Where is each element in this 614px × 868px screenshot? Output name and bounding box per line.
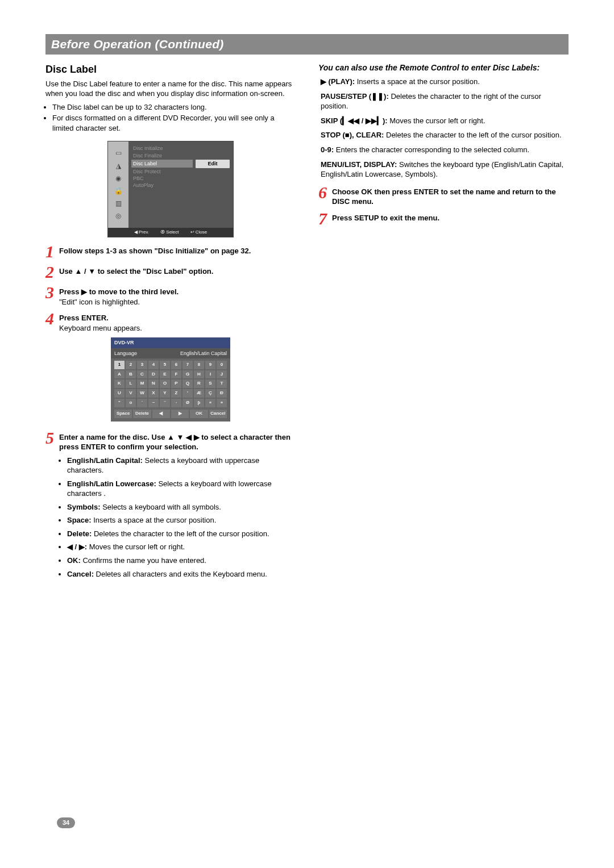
foot-close: ↩ Close — [190, 229, 208, 236]
kbd-lang-value: English/Latin Capital — [180, 350, 227, 357]
intro-notes: The Disc label can be up to 32 character… — [45, 102, 296, 133]
kbd-key: J — [217, 370, 227, 379]
kbd-key: A — [114, 370, 125, 379]
kbd-key: 9 — [205, 361, 215, 369]
kbd-key: " — [114, 399, 125, 407]
kbd-key: V — [126, 389, 136, 398]
step-6: 6Choose OK then press ENTER to set the n… — [318, 184, 569, 207]
kbd-key: I — [205, 370, 215, 379]
kbd-key: · — [171, 399, 181, 407]
two-column-layout: Disc Label Use the Disc Label feature to… — [45, 62, 569, 586]
foot-prev: ◀ Prev. — [134, 229, 149, 236]
kbd-key: W — [137, 389, 147, 398]
kbd-key: ¨ — [160, 399, 170, 407]
kbd-key: Y — [160, 389, 170, 398]
menu-item: AutoPlay — [133, 182, 191, 189]
menu-item: Disc Initialize — [133, 145, 191, 152]
kbd-key: B — [126, 370, 136, 379]
heading-disc-label: Disc Label — [45, 62, 296, 76]
step-7: 7Press SETUP to exit the menu. — [318, 210, 569, 227]
kbd-key: U — [114, 389, 125, 398]
kbd-bottom-key: Space — [114, 410, 132, 418]
step-2-text: Use ▲ / ▼ to select the "Disc Label" opt… — [59, 267, 213, 276]
kbd-key: 1 — [114, 361, 125, 369]
kbd-key: o — [126, 399, 136, 407]
menu-icon-strip: ▭ ◮ ◉ 🔒 ▥ ◎ — [108, 141, 128, 227]
lock-icon: 🔒 — [108, 186, 128, 195]
step-3-detail: "Edit" icon is highlighted. — [59, 298, 140, 306]
remote-item: 0-9: Enters the character corresponding … — [321, 145, 569, 155]
kbd-key: þ — [194, 399, 204, 407]
kbd-key: M — [137, 379, 147, 388]
screenshot-disc-menu: ▭ ◮ ◉ 🔒 ▥ ◎ Disc Initialize Disc Finaliz… — [107, 141, 234, 237]
kbd-key: ' — [182, 389, 193, 398]
step-5-list: English/Latin Capital: Selects a keyboar… — [59, 456, 296, 579]
kbd-bottom-key: ◀ — [152, 410, 170, 418]
kbd-key: » — [217, 399, 227, 407]
kbd-key: Ø — [182, 399, 193, 407]
step-4: 4Press ENTER.Keyboard menu appears. — [45, 310, 296, 333]
note-item: For discs formatted on a different DVD R… — [52, 113, 296, 133]
remote-item: PAUSE/STEP (❚❚): Deletes the character t… — [321, 91, 569, 111]
kbd-key: K — [114, 379, 125, 388]
remote-item: ▶ (PLAY): Inserts a space at the cursor … — [321, 77, 569, 87]
menu-item: PBC — [133, 175, 191, 182]
tv-icon: ▭ — [108, 148, 128, 157]
step-6-text: Choose OK then press ENTER to set the na… — [332, 187, 556, 206]
kbd-bottom-key: Delete — [133, 410, 151, 418]
foot-select: ⦿ Select — [160, 229, 179, 236]
kbd-bottom-key: OK — [190, 410, 208, 418]
step-5-item: English/Latin Capital: Selects a keyboar… — [67, 456, 296, 475]
kbd-key: H — [194, 370, 204, 379]
remote-item: STOP (■), CLEAR: Deletes the character t… — [321, 130, 569, 140]
kbd-key: O — [160, 379, 170, 388]
remote-item: SKIP (▎◀◀ / ▶▶▎): Moves the cursor left … — [321, 116, 569, 126]
step-4-lead: Press ENTER. — [59, 314, 109, 322]
kbd-key: 8 — [194, 361, 204, 369]
step-5-item: Symbols: Selects a keyboard with all sym… — [67, 502, 296, 512]
kbd-bottom-key: ▶ — [171, 410, 189, 418]
menu-item: Disc Finalize — [133, 152, 191, 159]
step-7-text: Press SETUP to exit the menu. — [332, 214, 439, 222]
cd-icon: ◎ — [108, 211, 128, 220]
section-title: Before Operation (Continued) — [45, 34, 569, 55]
step-5-item: Delete: Deletes the character to the lef… — [67, 529, 296, 539]
step-5-item: ◀ / ▶: Moves the cursor left or right. — [67, 542, 296, 552]
kbd-key: Z — [171, 389, 181, 398]
step-5-item: Space: Inserts a space at the cursor pos… — [67, 515, 296, 525]
step-5-item: OK: Confirms the name you have entered. — [67, 556, 296, 566]
antenna-icon: ◮ — [108, 161, 128, 170]
step-1-text: Follow steps 1-3 as shown "Disc Initiali… — [59, 247, 251, 255]
kbd-key: R — [194, 379, 204, 388]
kbd-key: Ð — [217, 389, 227, 398]
note-item: The Disc label can be up to 32 character… — [52, 102, 296, 112]
kbd-key: Q — [182, 379, 193, 388]
step-5-item: English/Latin Lowercase: Selects a keybo… — [67, 479, 296, 499]
remote-item: MENU/LIST, DISPLAY: Switches the keyboar… — [321, 160, 569, 180]
kbd-grid: 1234567890ABCDEFGHIJKLMNOPQRSTUVWXYZ'ÆÇÐ… — [111, 358, 230, 410]
heading-remote: You can also use the Remote Control to e… — [318, 62, 569, 73]
kbd-key: G — [182, 370, 193, 379]
kbd-key: F — [171, 370, 181, 379]
intro-text: Use the Disc Label feature to enter a na… — [45, 79, 296, 99]
disc-icon: ◉ — [108, 174, 128, 183]
kbd-key: T — [217, 379, 227, 388]
kbd-key: 0 — [217, 361, 227, 369]
screenshot-keyboard: DVD-VR LanguageEnglish/Latin Capital 123… — [111, 337, 230, 421]
kbd-key: L — [126, 379, 136, 388]
kbd-key: ~ — [148, 399, 159, 407]
kbd-key: 7 — [182, 361, 193, 369]
kbd-key: « — [205, 399, 215, 407]
menu-footer: ◀ Prev. ⦿ Select ↩ Close — [108, 228, 233, 237]
kbd-key: 2 — [126, 361, 136, 369]
remote-list: ▶ (PLAY): Inserts a space at the cursor … — [318, 77, 569, 179]
step-1: 1Follow steps 1-3 as shown "Disc Initial… — [45, 243, 296, 260]
kbd-key: Æ — [194, 389, 204, 398]
step-4-detail: Keyboard menu appears. — [59, 324, 142, 332]
step-2: 2Use ▲ / ▼ to select the "Disc Label" op… — [45, 264, 296, 281]
edit-button: Edit — [196, 160, 230, 168]
left-column: Disc Label Use the Disc Label feature to… — [45, 62, 296, 586]
kbd-title: DVD-VR — [111, 337, 230, 348]
menu-items: Disc Initialize Disc Finalize Disc Label… — [128, 141, 196, 227]
kbd-key: X — [148, 389, 159, 398]
